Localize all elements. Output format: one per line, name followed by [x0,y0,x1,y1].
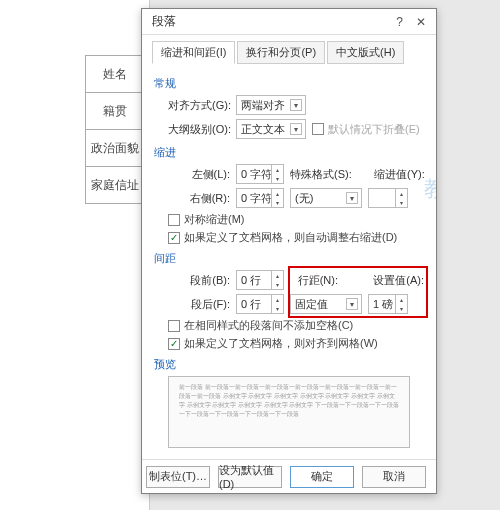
before-label: 段前(B): [168,273,230,288]
setval-spin[interactable]: 1 磅▴▾ [368,294,408,314]
before-spin[interactable]: 0 行▴▾ [236,270,284,290]
section-spacing: 间距 [154,251,424,266]
spin-down-icon[interactable]: ▾ [271,198,283,207]
watermark: 教育 [424,174,436,204]
outline-select[interactable]: 正文文本▾ [236,119,306,139]
indent-right-spin[interactable]: 0 字符▴▾ [236,188,284,208]
section-indent: 缩进 [154,145,424,160]
spin-up-icon[interactable]: ▴ [271,271,283,280]
dialog-titlebar: 段落 ? ✕ [142,9,436,35]
table-cell: 姓名 [85,55,145,93]
collapse-checkbox[interactable] [312,123,324,135]
nospace-checkbox[interactable] [168,320,180,332]
after-value: 0 行 [241,297,261,312]
spin-up-icon[interactable]: ▴ [271,189,283,198]
table-cell: 籍贯 [85,92,145,130]
collapse-label: 默认情况下折叠(E) [328,122,420,137]
chevron-down-icon: ▾ [346,298,358,310]
tab-line-page[interactable]: 换行和分页(P) [237,41,325,64]
table-cell: 政治面貌 [85,129,145,167]
spin-down-icon[interactable]: ▾ [271,304,283,313]
section-general: 常规 [154,76,424,91]
indent-value-label: 缩进值(Y): [374,167,424,182]
chevron-down-icon: ▾ [346,192,358,204]
section-preview: 预览 [154,357,424,372]
alignment-label: 对齐方式(G): [168,98,230,113]
table-cell: 家庭信址 [85,166,145,204]
mirror-checkbox[interactable] [168,214,180,226]
spin-down-icon[interactable]: ▾ [271,280,283,289]
special-select[interactable]: (无)▾ [290,188,362,208]
alignment-select[interactable]: 两端对齐▾ [236,95,306,115]
help-icon[interactable]: ? [391,15,409,29]
indent-left-value: 0 字符 [241,167,272,182]
line-select[interactable]: 固定值▾ [290,294,362,314]
ok-button[interactable]: 确定 [290,466,354,488]
tabstops-button[interactable]: 制表位(T)… [146,466,210,488]
tab-indent-spacing[interactable]: 缩进和间距(I) [152,41,235,64]
cancel-button[interactable]: 取消 [362,466,426,488]
alignment-value: 两端对齐 [241,98,285,113]
nospace-label: 在相同样式的段落间不添加空格(C) [184,318,353,333]
after-spin[interactable]: 0 行▴▾ [236,294,284,314]
dialog-title: 段落 [152,13,176,30]
line-label: 行距(N): [290,273,338,288]
outline-value: 正文文本 [241,122,285,137]
default-button[interactable]: 设为默认值(D) [218,466,282,488]
spin-up-icon[interactable]: ▴ [395,295,407,304]
setval-value: 1 磅 [373,297,393,312]
spin-down-icon[interactable]: ▾ [395,304,407,313]
mirror-label: 对称缩进(M) [184,212,245,227]
special-value: (无) [295,191,313,206]
spin-up-icon[interactable]: ▴ [271,165,283,174]
indent-left-label: 左侧(L): [168,167,230,182]
indent-left-spin[interactable]: 0 字符▴▾ [236,164,284,184]
spacing-grid-checkbox[interactable]: ✓ [168,338,180,350]
doc-table: 姓名 籍贯 政治面貌 家庭信址 [85,55,145,203]
after-label: 段后(F): [168,297,230,312]
paragraph-dialog: 段落 ? ✕ 缩进和间距(I) 换行和分页(P) 中文版式(H) 教育 常规 对… [141,8,437,494]
dialog-footer: 制表位(T)… 设为默认值(D) 确定 取消 [142,459,436,493]
spin-up-icon[interactable]: ▴ [271,295,283,304]
spin-down-icon[interactable]: ▾ [271,174,283,183]
chevron-down-icon: ▾ [290,123,302,135]
setval-label: 设置值(A): [372,273,424,288]
spin-up-icon[interactable]: ▴ [395,189,407,198]
preview-box: 前一段落 前一段落一前一段落一前一段落一前一段落一前一段落一前一段落一前一段落一… [168,376,410,448]
indent-right-label: 右侧(R): [168,191,230,206]
tab-asian[interactable]: 中文版式(H) [327,41,404,64]
indent-grid-label: 如果定义了文档网格，则自动调整右缩进(D) [184,230,397,245]
dialog-body: 教育 常规 对齐方式(G): 两端对齐▾ 大纲级别(O): 正文文本▾ 默认情况… [142,64,436,459]
tab-bar: 缩进和间距(I) 换行和分页(P) 中文版式(H) [142,35,436,64]
document-background: 姓名 籍贯 政治面貌 家庭信址 [0,0,150,510]
indent-grid-checkbox[interactable]: ✓ [168,232,180,244]
outline-label: 大纲级别(O): [168,122,230,137]
close-icon[interactable]: ✕ [412,15,430,29]
special-label: 特殊格式(S): [290,167,350,182]
chevron-down-icon: ▾ [290,99,302,111]
line-value: 固定值 [295,297,328,312]
spin-down-icon[interactable]: ▾ [395,198,407,207]
before-value: 0 行 [241,273,261,288]
indent-right-value: 0 字符 [241,191,272,206]
indent-value-spin[interactable]: ▴▾ [368,188,408,208]
spacing-grid-label: 如果定义了文档网格，则对齐到网格(W) [184,336,378,351]
